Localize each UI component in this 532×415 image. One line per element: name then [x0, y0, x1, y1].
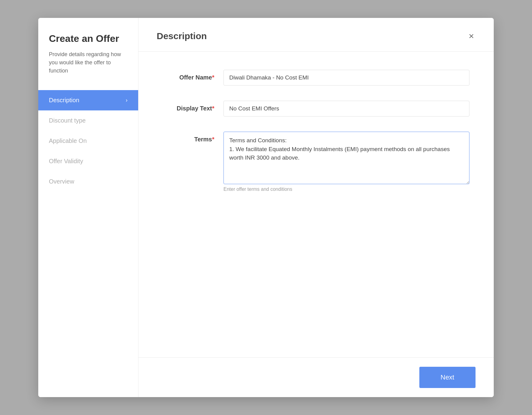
page-title: Description [157, 31, 207, 41]
offer-name-label: Offer Name* [163, 70, 223, 81]
modal-body: Create an Offer Provide details regardin… [38, 18, 494, 397]
sidebar-item-discount-type[interactable]: Discount type [38, 110, 138, 131]
sidebar-title: Create an Offer [38, 33, 138, 44]
sidebar-item-applicable-on[interactable]: Applicable On [38, 131, 138, 151]
sidebar-item-label-applicable-on: Applicable On [49, 137, 87, 144]
display-text-input[interactable] [223, 101, 469, 116]
next-button[interactable]: Next [419, 367, 476, 388]
sidebar-subtitle: Provide details regarding how you would … [38, 50, 138, 75]
terms-textarea-wrapper: Enter offer terms and conditions [223, 132, 469, 192]
required-star-2: * [212, 105, 214, 112]
sidebar-item-label-discount-type: Discount type [49, 117, 86, 124]
offer-name-row: Offer Name* [163, 70, 469, 86]
sidebar-item-label-overview: Overview [49, 178, 74, 185]
main-content: Description × Offer Name* Display [138, 18, 494, 397]
offer-name-input[interactable] [223, 70, 469, 86]
sidebar-item-offer-validity[interactable]: Offer Validity [38, 151, 138, 171]
modal-overlay: Create an Offer Provide details regardin… [0, 0, 532, 415]
modal-footer: Next [138, 357, 494, 397]
terms-hint: Enter offer terms and conditions [223, 187, 469, 192]
chevron-right-icon: › [126, 97, 128, 103]
terms-textarea[interactable] [223, 132, 469, 184]
modal: Create an Offer Provide details regardin… [38, 18, 494, 397]
display-text-row: Display Text* [163, 101, 469, 116]
required-star-3: * [212, 136, 214, 143]
sidebar: Create an Offer Provide details regardin… [38, 18, 138, 397]
close-button[interactable]: × [467, 30, 476, 42]
main-header: Description × [138, 18, 494, 52]
terms-row: Terms* Enter offer terms and conditions [163, 132, 469, 192]
sidebar-item-label-description: Description [49, 97, 79, 104]
sidebar-item-label-offer-validity: Offer Validity [49, 158, 83, 165]
sidebar-nav: Description › Discount type Applicable O… [38, 90, 138, 192]
sidebar-item-overview[interactable]: Overview [38, 171, 138, 192]
sidebar-item-description[interactable]: Description › [38, 90, 138, 110]
form-area: Offer Name* Display Text* [138, 52, 494, 357]
required-star: * [212, 74, 214, 81]
display-text-label: Display Text* [163, 101, 223, 112]
terms-label: Terms* [163, 132, 223, 143]
